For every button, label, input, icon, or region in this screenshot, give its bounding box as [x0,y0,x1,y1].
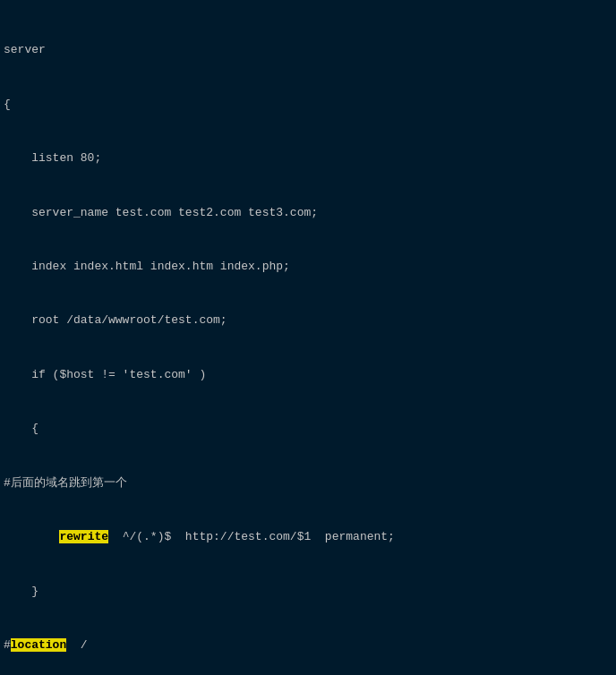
line-7: if ($host != 'test.com' ) [4,366,612,384]
line-10: rewrite ^/(.*)$ http://test.com/$1 perma… [4,528,612,546]
code-editor: server { listen 80; server_name test.com… [0,0,616,675]
line-2: { [4,96,612,114]
line-4: server_name test.com test2.com test3.com… [4,204,612,222]
rewrite-highlight: rewrite [59,530,108,543]
line-11: } [4,583,612,601]
line-5: index index.html index.htm index.php; [4,258,612,276]
line-6: root /data/wwwroot/test.com; [4,312,612,329]
line-12: #location / [4,637,612,654]
line-3: listen 80; [4,150,612,167]
line-8: { [4,420,612,438]
location-highlight-1: location [11,638,66,652]
line-1: server [4,41,612,59]
line-9: #后面的域名跳到第一个 [4,474,612,492]
